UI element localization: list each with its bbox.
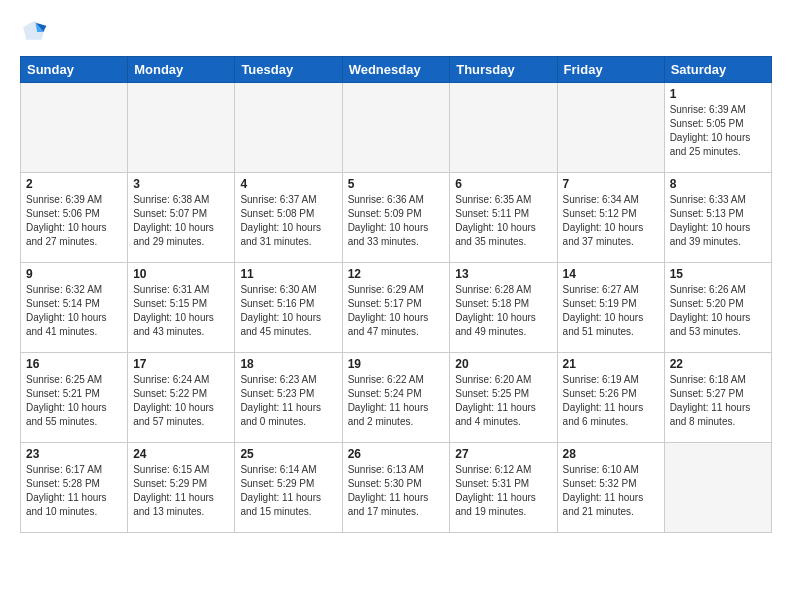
day-info: Sunrise: 6:29 AM Sunset: 5:17 PM Dayligh… [348, 283, 445, 339]
calendar-cell: 28Sunrise: 6:10 AM Sunset: 5:32 PM Dayli… [557, 443, 664, 533]
calendar-week-1: 1Sunrise: 6:39 AM Sunset: 5:05 PM Daylig… [21, 83, 772, 173]
calendar-cell: 24Sunrise: 6:15 AM Sunset: 5:29 PM Dayli… [128, 443, 235, 533]
logo [20, 18, 52, 46]
day-info: Sunrise: 6:19 AM Sunset: 5:26 PM Dayligh… [563, 373, 659, 429]
day-number: 20 [455, 357, 551, 371]
calendar-cell [21, 83, 128, 173]
day-info: Sunrise: 6:22 AM Sunset: 5:24 PM Dayligh… [348, 373, 445, 429]
calendar-week-2: 2Sunrise: 6:39 AM Sunset: 5:06 PM Daylig… [21, 173, 772, 263]
calendar: SundayMondayTuesdayWednesdayThursdayFrid… [20, 56, 772, 533]
day-number: 14 [563, 267, 659, 281]
day-info: Sunrise: 6:18 AM Sunset: 5:27 PM Dayligh… [670, 373, 766, 429]
calendar-cell [128, 83, 235, 173]
calendar-cell: 10Sunrise: 6:31 AM Sunset: 5:15 PM Dayli… [128, 263, 235, 353]
day-number: 24 [133, 447, 229, 461]
calendar-week-4: 16Sunrise: 6:25 AM Sunset: 5:21 PM Dayli… [21, 353, 772, 443]
day-number: 5 [348, 177, 445, 191]
calendar-cell: 22Sunrise: 6:18 AM Sunset: 5:27 PM Dayli… [664, 353, 771, 443]
calendar-cell: 3Sunrise: 6:38 AM Sunset: 5:07 PM Daylig… [128, 173, 235, 263]
day-info: Sunrise: 6:34 AM Sunset: 5:12 PM Dayligh… [563, 193, 659, 249]
day-info: Sunrise: 6:12 AM Sunset: 5:31 PM Dayligh… [455, 463, 551, 519]
day-info: Sunrise: 6:35 AM Sunset: 5:11 PM Dayligh… [455, 193, 551, 249]
calendar-cell: 6Sunrise: 6:35 AM Sunset: 5:11 PM Daylig… [450, 173, 557, 263]
calendar-cell: 26Sunrise: 6:13 AM Sunset: 5:30 PM Dayli… [342, 443, 450, 533]
day-number: 17 [133, 357, 229, 371]
day-number: 4 [240, 177, 336, 191]
day-number: 7 [563, 177, 659, 191]
day-info: Sunrise: 6:10 AM Sunset: 5:32 PM Dayligh… [563, 463, 659, 519]
page: SundayMondayTuesdayWednesdayThursdayFrid… [0, 0, 792, 547]
day-info: Sunrise: 6:37 AM Sunset: 5:08 PM Dayligh… [240, 193, 336, 249]
day-number: 15 [670, 267, 766, 281]
day-info: Sunrise: 6:32 AM Sunset: 5:14 PM Dayligh… [26, 283, 122, 339]
calendar-cell: 5Sunrise: 6:36 AM Sunset: 5:09 PM Daylig… [342, 173, 450, 263]
calendar-cell: 16Sunrise: 6:25 AM Sunset: 5:21 PM Dayli… [21, 353, 128, 443]
day-number: 25 [240, 447, 336, 461]
day-info: Sunrise: 6:14 AM Sunset: 5:29 PM Dayligh… [240, 463, 336, 519]
calendar-cell [450, 83, 557, 173]
day-number: 12 [348, 267, 445, 281]
day-number: 16 [26, 357, 122, 371]
calendar-week-5: 23Sunrise: 6:17 AM Sunset: 5:28 PM Dayli… [21, 443, 772, 533]
calendar-body: 1Sunrise: 6:39 AM Sunset: 5:05 PM Daylig… [21, 83, 772, 533]
weekday-thursday: Thursday [450, 57, 557, 83]
calendar-cell: 1Sunrise: 6:39 AM Sunset: 5:05 PM Daylig… [664, 83, 771, 173]
day-info: Sunrise: 6:33 AM Sunset: 5:13 PM Dayligh… [670, 193, 766, 249]
day-info: Sunrise: 6:30 AM Sunset: 5:16 PM Dayligh… [240, 283, 336, 339]
day-number: 27 [455, 447, 551, 461]
day-number: 18 [240, 357, 336, 371]
calendar-cell: 21Sunrise: 6:19 AM Sunset: 5:26 PM Dayli… [557, 353, 664, 443]
calendar-cell: 9Sunrise: 6:32 AM Sunset: 5:14 PM Daylig… [21, 263, 128, 353]
calendar-cell: 2Sunrise: 6:39 AM Sunset: 5:06 PM Daylig… [21, 173, 128, 263]
day-number: 26 [348, 447, 445, 461]
calendar-cell [557, 83, 664, 173]
day-info: Sunrise: 6:13 AM Sunset: 5:30 PM Dayligh… [348, 463, 445, 519]
day-info: Sunrise: 6:25 AM Sunset: 5:21 PM Dayligh… [26, 373, 122, 429]
calendar-cell: 19Sunrise: 6:22 AM Sunset: 5:24 PM Dayli… [342, 353, 450, 443]
day-number: 22 [670, 357, 766, 371]
day-number: 3 [133, 177, 229, 191]
calendar-cell [664, 443, 771, 533]
day-info: Sunrise: 6:28 AM Sunset: 5:18 PM Dayligh… [455, 283, 551, 339]
calendar-cell: 11Sunrise: 6:30 AM Sunset: 5:16 PM Dayli… [235, 263, 342, 353]
day-info: Sunrise: 6:26 AM Sunset: 5:20 PM Dayligh… [670, 283, 766, 339]
calendar-cell: 12Sunrise: 6:29 AM Sunset: 5:17 PM Dayli… [342, 263, 450, 353]
weekday-saturday: Saturday [664, 57, 771, 83]
calendar-cell: 27Sunrise: 6:12 AM Sunset: 5:31 PM Dayli… [450, 443, 557, 533]
day-info: Sunrise: 6:23 AM Sunset: 5:23 PM Dayligh… [240, 373, 336, 429]
day-number: 13 [455, 267, 551, 281]
calendar-header: SundayMondayTuesdayWednesdayThursdayFrid… [21, 57, 772, 83]
day-number: 8 [670, 177, 766, 191]
day-number: 1 [670, 87, 766, 101]
calendar-cell: 13Sunrise: 6:28 AM Sunset: 5:18 PM Dayli… [450, 263, 557, 353]
day-info: Sunrise: 6:20 AM Sunset: 5:25 PM Dayligh… [455, 373, 551, 429]
day-info: Sunrise: 6:36 AM Sunset: 5:09 PM Dayligh… [348, 193, 445, 249]
day-info: Sunrise: 6:15 AM Sunset: 5:29 PM Dayligh… [133, 463, 229, 519]
day-number: 9 [26, 267, 122, 281]
weekday-wednesday: Wednesday [342, 57, 450, 83]
day-number: 11 [240, 267, 336, 281]
calendar-cell: 18Sunrise: 6:23 AM Sunset: 5:23 PM Dayli… [235, 353, 342, 443]
logo-icon [20, 18, 48, 46]
day-info: Sunrise: 6:39 AM Sunset: 5:06 PM Dayligh… [26, 193, 122, 249]
weekday-monday: Monday [128, 57, 235, 83]
day-info: Sunrise: 6:27 AM Sunset: 5:19 PM Dayligh… [563, 283, 659, 339]
day-info: Sunrise: 6:17 AM Sunset: 5:28 PM Dayligh… [26, 463, 122, 519]
day-info: Sunrise: 6:24 AM Sunset: 5:22 PM Dayligh… [133, 373, 229, 429]
calendar-week-3: 9Sunrise: 6:32 AM Sunset: 5:14 PM Daylig… [21, 263, 772, 353]
day-number: 2 [26, 177, 122, 191]
day-number: 19 [348, 357, 445, 371]
day-number: 21 [563, 357, 659, 371]
weekday-tuesday: Tuesday [235, 57, 342, 83]
day-info: Sunrise: 6:39 AM Sunset: 5:05 PM Dayligh… [670, 103, 766, 159]
day-info: Sunrise: 6:31 AM Sunset: 5:15 PM Dayligh… [133, 283, 229, 339]
calendar-cell: 7Sunrise: 6:34 AM Sunset: 5:12 PM Daylig… [557, 173, 664, 263]
calendar-cell: 17Sunrise: 6:24 AM Sunset: 5:22 PM Dayli… [128, 353, 235, 443]
header [20, 18, 772, 46]
weekday-header-row: SundayMondayTuesdayWednesdayThursdayFrid… [21, 57, 772, 83]
calendar-cell: 25Sunrise: 6:14 AM Sunset: 5:29 PM Dayli… [235, 443, 342, 533]
day-number: 23 [26, 447, 122, 461]
weekday-friday: Friday [557, 57, 664, 83]
calendar-cell: 4Sunrise: 6:37 AM Sunset: 5:08 PM Daylig… [235, 173, 342, 263]
day-number: 10 [133, 267, 229, 281]
